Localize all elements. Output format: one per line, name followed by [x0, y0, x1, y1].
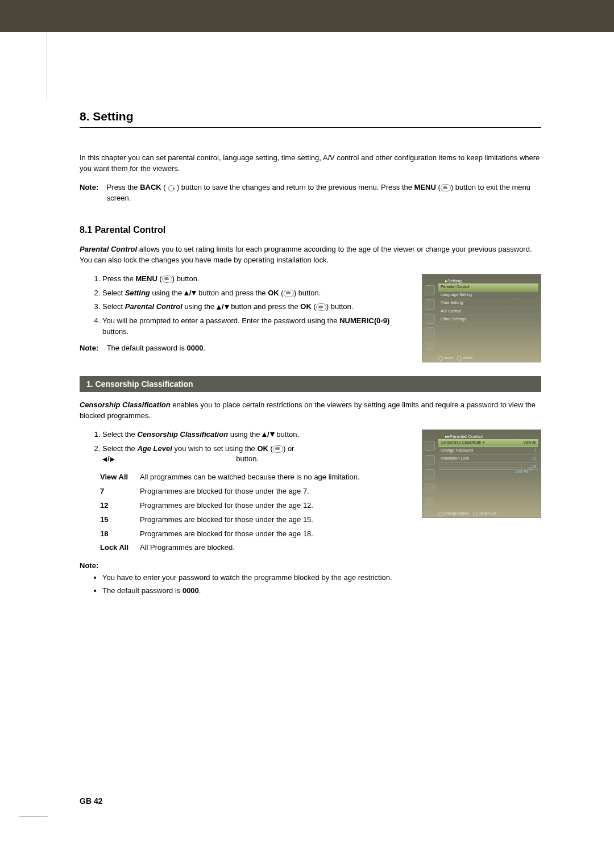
censorship-desc: Censorship Classification enables you to…	[80, 400, 541, 422]
steps-list: Press the MENU () button. Select Setting…	[91, 274, 406, 337]
step-c2: Select the Age Level you wish to set usi…	[102, 444, 406, 465]
t: Age Level	[137, 444, 172, 453]
mock-row: Censorship Classificati ✔View All	[438, 439, 538, 447]
mock-row-value: 7	[534, 448, 536, 453]
sidebar-icon	[425, 314, 435, 324]
up-down-icon: /	[217, 302, 229, 311]
t: .	[199, 586, 201, 595]
mock-row: Language Setting	[438, 291, 538, 299]
key: View All	[100, 470, 140, 485]
t: Change Option	[444, 511, 469, 515]
mock-row-value: 15	[532, 464, 536, 469]
up-down-icon: /	[184, 289, 197, 297]
footer-icon	[438, 356, 443, 361]
key: 15	[100, 513, 140, 527]
mock-row-value: View All	[523, 440, 536, 445]
t: Parental Control	[125, 302, 182, 311]
t: You will be prompted to enter a password…	[102, 316, 339, 325]
t: Note:	[80, 561, 98, 570]
step-2: Select Setting using the / button and pr…	[102, 288, 406, 299]
mock-row-value: 12	[532, 456, 536, 461]
steps-left: Press the MENU () button. Select Setting…	[80, 274, 406, 362]
menu-button-icon	[162, 276, 172, 283]
step-1: Press the MENU () button.	[102, 274, 406, 285]
mock-row-value: 18	[528, 466, 532, 471]
t: NUMERIC(0-9)	[339, 316, 389, 325]
t: using the	[152, 289, 184, 297]
table-row: 18Programmes are blocked for those under…	[100, 527, 364, 541]
mock-footer: Change Option Option List	[438, 511, 538, 516]
menu-word: MENU	[414, 183, 436, 191]
note-label: Note:	[80, 182, 105, 193]
val: All Programmes are blocked.	[140, 541, 364, 555]
steps-left-2: Select the Censorship Classification usi…	[80, 429, 406, 556]
sidebar-icon	[425, 469, 435, 479]
mock-row: Other Settings	[438, 315, 538, 323]
step-4: You will be prompted to enter a password…	[102, 316, 406, 337]
t: Select	[102, 289, 125, 297]
t: button.	[331, 302, 354, 311]
t: 0000	[187, 344, 204, 352]
page-content: 8. Setting In this chapter you can set p…	[80, 108, 541, 599]
t: button.	[298, 289, 321, 297]
intro-paragraph: In this chapter you can set parental con…	[80, 153, 541, 174]
sidebar-icon	[425, 327, 435, 337]
table-row: 7Programmes are blocked for those under …	[100, 485, 364, 499]
sidebar-icon	[425, 455, 435, 465]
t: button.	[236, 454, 259, 463]
t: select	[463, 356, 472, 360]
t: button and press the	[198, 289, 268, 297]
page-footer: GB 42	[80, 795, 102, 807]
t: .	[203, 344, 205, 352]
key: 18	[100, 527, 140, 541]
table-row: 15Programmes are blocked for those under…	[100, 513, 364, 527]
note-label: Note:	[80, 561, 541, 571]
section-heading: 8.1 Parental Control	[80, 223, 541, 236]
footer-icon	[473, 512, 478, 516]
t: Select the	[102, 430, 137, 439]
up-down-icon: /	[262, 430, 275, 439]
t: The default password is	[107, 344, 187, 352]
val: Programmes are blocked for those under t…	[140, 513, 364, 527]
t: buttons.	[102, 327, 128, 336]
key: Lock All	[100, 541, 140, 555]
t: button and press the	[231, 302, 300, 311]
note-item: You have to enter your password to watch…	[102, 573, 541, 583]
key: 7	[100, 485, 140, 499]
note-body: Press the BACK ( ) button to save the ch…	[107, 182, 541, 204]
ok-button-icon	[273, 445, 283, 453]
ok-button-icon	[284, 290, 294, 297]
table-row: View AllAll programmes can be watched be…	[100, 470, 364, 485]
sidebar-icon	[425, 441, 435, 451]
step-c1: Select the Censorship Classification usi…	[102, 429, 406, 440]
mock-row: Parental Control	[438, 283, 538, 291]
key: 12	[100, 499, 140, 513]
t: button.	[177, 274, 200, 283]
val: Programmes are blocked for those under t…	[140, 499, 364, 513]
mock-row: A/V Control	[438, 307, 538, 315]
t: Press the	[102, 274, 136, 283]
sidebar-icon	[425, 341, 435, 352]
top-band	[0, 0, 614, 32]
mock-right-1: ▸Setting Parental Control Language Setti…	[422, 274, 541, 362]
steps-list-2: Select the Censorship Classification usi…	[91, 429, 406, 465]
heading-rule	[80, 127, 541, 128]
subsection-bar: 1. Censorship Classification	[80, 376, 541, 392]
footer-icon	[438, 512, 443, 516]
page-canvas: 8. Setting In this chapter you can set p…	[0, 0, 614, 868]
sidebar-icon	[425, 285, 435, 295]
split-censorship: Select the Censorship Classification usi…	[80, 429, 541, 556]
back-icon	[168, 185, 175, 191]
note-item: The default password is 0000.	[102, 586, 541, 596]
t: Press the	[107, 183, 140, 191]
term: Parental Control	[80, 245, 137, 253]
t: or	[288, 444, 294, 453]
left-right-icon: /	[102, 454, 234, 463]
screenshot-parental: ▸▸Parental Control Censorship Classifica…	[422, 429, 541, 518]
note-label: Note:	[80, 343, 105, 354]
note-default-pw: Note: The default password is 0000.	[80, 343, 406, 354]
t: Select the	[102, 444, 137, 453]
t: using the	[185, 302, 217, 311]
step-3: Select Parental Control using the / butt…	[102, 302, 406, 312]
t: Select	[102, 302, 125, 311]
